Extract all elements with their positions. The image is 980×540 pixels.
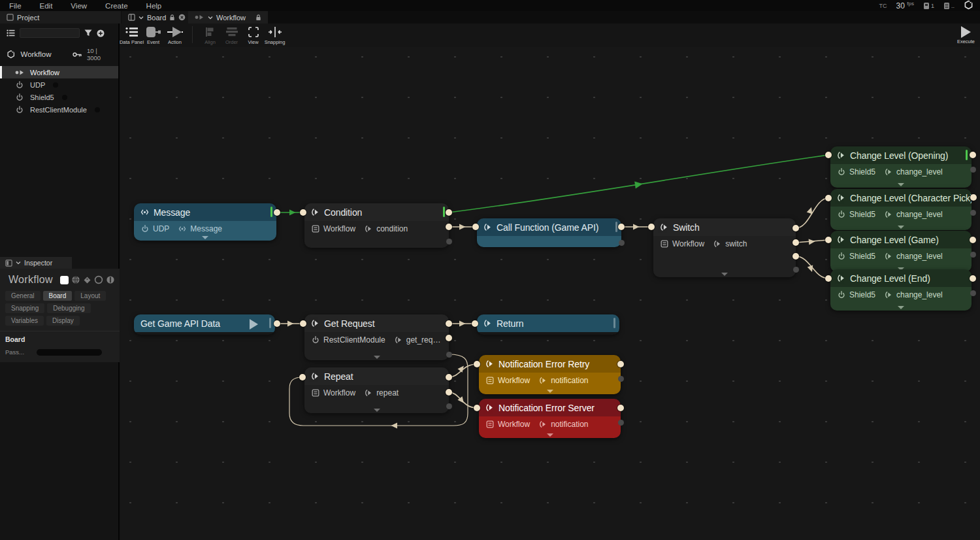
node-change-level-character-pick[interactable]: Change Level (Character Pick) Shield5 ch… bbox=[830, 189, 972, 230]
node-header[interactable]: Change Level (Character Pick) bbox=[830, 189, 972, 207]
contrast-icon[interactable] bbox=[106, 275, 115, 284]
tab-project[interactable]: Project bbox=[0, 11, 121, 24]
node-header[interactable]: Change Level (Opening) bbox=[830, 146, 972, 164]
node-change-level-game[interactable]: Change Level (Game) Shield5 change_level bbox=[830, 231, 972, 272]
port[interactable] bbox=[446, 209, 452, 216]
port[interactable] bbox=[617, 405, 624, 411]
tree-list-icon[interactable] bbox=[7, 29, 15, 37]
port[interactable] bbox=[792, 239, 799, 246]
tag-icon[interactable] bbox=[83, 276, 91, 284]
node-switch[interactable]: Switch Workflow switch bbox=[653, 218, 796, 277]
sidebar-item-workflow[interactable]: Workflow bbox=[0, 66, 118, 78]
node-header[interactable]: Call Function (Game API) bbox=[477, 218, 621, 236]
port[interactable] bbox=[970, 194, 977, 201]
port-disabled[interactable] bbox=[446, 403, 452, 409]
port[interactable] bbox=[825, 152, 832, 158]
expand-chevron-icon[interactable] bbox=[721, 273, 728, 276]
node-get-request[interactable]: Get Request RestClientModule get_req… bbox=[304, 314, 449, 360]
toolbar-action-button[interactable]: Action bbox=[164, 24, 186, 45]
port-disabled[interactable] bbox=[446, 239, 452, 245]
port[interactable] bbox=[472, 224, 479, 230]
port-disabled[interactable] bbox=[618, 376, 624, 382]
play-icon[interactable] bbox=[250, 319, 258, 329]
port[interactable] bbox=[446, 224, 452, 230]
globe-icon[interactable] bbox=[71, 275, 80, 284]
node-notification-error-retry[interactable]: Notification Error Retry Workflow notifi… bbox=[479, 355, 621, 394]
port[interactable] bbox=[970, 237, 976, 243]
port-disabled[interactable] bbox=[446, 352, 452, 358]
expand-chevron-icon[interactable] bbox=[374, 409, 380, 412]
close-icon[interactable] bbox=[178, 14, 186, 21]
node-change-level-end[interactable]: Change Level (End) Shield5 change_level bbox=[830, 269, 972, 311]
filter-funnel-icon[interactable] bbox=[84, 29, 92, 37]
toolbar-snapping-button[interactable]: Snapping bbox=[264, 24, 286, 45]
port[interactable] bbox=[446, 320, 452, 327]
port[interactable] bbox=[300, 209, 306, 216]
node-header[interactable]: Return bbox=[477, 314, 619, 332]
port[interactable] bbox=[300, 320, 306, 327]
port[interactable] bbox=[825, 237, 832, 243]
node-call-function-game-api[interactable]: Call Function (Game API) bbox=[477, 218, 621, 247]
port[interactable] bbox=[792, 253, 799, 260]
add-icon[interactable] bbox=[97, 29, 105, 37]
search-input[interactable] bbox=[20, 28, 80, 38]
node-header[interactable]: Notification Error Server bbox=[479, 399, 621, 416]
inspector-tab-display[interactable]: Display bbox=[46, 316, 80, 326]
expand-chevron-icon[interactable] bbox=[898, 183, 904, 186]
node-repeat[interactable]: Repeat Workflow repeat bbox=[304, 367, 449, 413]
port[interactable] bbox=[792, 225, 799, 231]
node-header[interactable]: Change Level (End) bbox=[830, 269, 972, 287]
tab-board[interactable]: Board bbox=[122, 11, 192, 24]
inspector-tab-snapping[interactable]: Snapping bbox=[5, 303, 44, 313]
port-disabled[interactable] bbox=[793, 267, 799, 273]
port[interactable] bbox=[970, 152, 976, 158]
expand-chevron-icon[interactable] bbox=[547, 433, 553, 437]
node-header[interactable]: Switch bbox=[653, 218, 796, 236]
node-change-level-opening[interactable]: Change Level (Opening) Shield5 change_le… bbox=[830, 146, 972, 188]
toolbar-view-button[interactable]: View bbox=[242, 24, 264, 45]
color-swatch[interactable] bbox=[60, 276, 69, 284]
port[interactable] bbox=[472, 320, 478, 327]
port[interactable] bbox=[446, 389, 452, 396]
tab-workflow[interactable]: Workflow bbox=[188, 11, 268, 24]
node-header[interactable]: Change Level (Game) bbox=[830, 231, 972, 248]
expand-chevron-icon[interactable] bbox=[898, 306, 904, 309]
port[interactable] bbox=[474, 361, 480, 367]
pass-field-input[interactable] bbox=[37, 349, 102, 356]
port-disabled[interactable] bbox=[970, 210, 976, 216]
inspector-tab-layout[interactable]: Layout bbox=[74, 291, 106, 301]
port[interactable] bbox=[617, 361, 624, 367]
port[interactable] bbox=[274, 209, 280, 216]
port[interactable] bbox=[299, 374, 306, 380]
node-header[interactable]: Get Request bbox=[304, 314, 449, 332]
menu-file[interactable]: File bbox=[0, 2, 31, 10]
expand-chevron-icon[interactable] bbox=[547, 390, 553, 393]
sidebar-item-shield5[interactable]: Shield5 bbox=[0, 91, 118, 103]
port-disabled[interactable] bbox=[970, 290, 976, 296]
port-disabled[interactable] bbox=[970, 167, 976, 173]
node-return[interactable]: Return bbox=[477, 314, 619, 335]
port[interactable] bbox=[648, 224, 655, 230]
toolbar-event-button[interactable]: Event bbox=[142, 24, 164, 45]
node-get-game-api-data[interactable]: Get Game API Data bbox=[134, 314, 275, 335]
node-header[interactable]: Notification Error Retry bbox=[479, 355, 621, 373]
node-header[interactable]: Repeat bbox=[304, 367, 449, 385]
port[interactable] bbox=[618, 224, 625, 230]
port[interactable] bbox=[825, 275, 832, 282]
inspector-tab-general[interactable]: General bbox=[5, 291, 41, 301]
node-header[interactable]: Message bbox=[134, 203, 276, 221]
inspector-tab-debugging[interactable]: Debugging bbox=[47, 303, 90, 313]
expand-chevron-icon[interactable] bbox=[202, 236, 208, 239]
port-disabled[interactable] bbox=[619, 240, 625, 246]
port[interactable] bbox=[825, 195, 832, 201]
menu-edit[interactable]: Edit bbox=[31, 2, 62, 10]
inspector-tab-board[interactable]: Board bbox=[43, 291, 73, 301]
port[interactable] bbox=[446, 335, 452, 341]
sidebar-item-restclientmodule[interactable]: RestClientModule bbox=[0, 103, 118, 116]
menu-view[interactable]: View bbox=[61, 2, 96, 10]
node-header[interactable]: Get Game API Data bbox=[134, 314, 275, 332]
node-message[interactable]: Message UDP Message bbox=[134, 203, 276, 241]
menu-create[interactable]: Create bbox=[96, 2, 137, 10]
circle-icon[interactable] bbox=[94, 275, 103, 284]
port[interactable] bbox=[446, 374, 452, 380]
